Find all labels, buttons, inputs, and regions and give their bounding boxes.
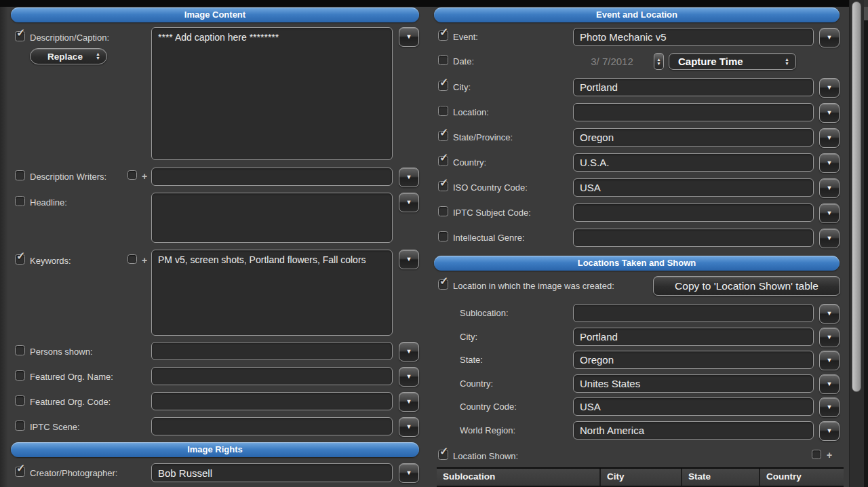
country-checkbox[interactable]: ✓ bbox=[438, 156, 448, 166]
copy-to-location-shown-button[interactable]: Copy to 'Location Shown' table bbox=[653, 276, 840, 296]
intellectual-genre-checkbox[interactable]: ✓ bbox=[438, 231, 448, 241]
headline-textarea[interactable] bbox=[151, 193, 393, 243]
scrollbar-thumb[interactable] bbox=[852, 1, 861, 392]
description-caption-checkbox[interactable]: ✓ bbox=[15, 31, 25, 41]
city-checkbox[interactable]: ✓ bbox=[438, 81, 448, 91]
iso-country-code-input[interactable] bbox=[573, 178, 814, 197]
dropdown-arrow-icon: ▼ bbox=[820, 328, 839, 347]
persons-shown-checkbox[interactable]: ✓ bbox=[15, 345, 25, 355]
country-code-input[interactable] bbox=[573, 397, 814, 416]
sublocation-input[interactable] bbox=[573, 304, 814, 322]
state-province-checkbox[interactable]: ✓ bbox=[438, 131, 448, 141]
check-icon: ✓ bbox=[439, 76, 448, 89]
event-dropdown-button[interactable]: ▼ bbox=[819, 28, 840, 47]
date-value-field[interactable]: 3/ 7/2012 bbox=[573, 53, 651, 70]
keywords-checkbox[interactable]: ✓ bbox=[15, 254, 25, 265]
headline-dropdown-button[interactable]: ▼ bbox=[399, 193, 419, 212]
description-writers-checkbox[interactable]: ✓ bbox=[15, 170, 25, 180]
section-header-locations-taken-shown: Locations Taken and Shown bbox=[434, 256, 840, 271]
keywords-dropdown-button[interactable]: ▼ bbox=[399, 250, 419, 269]
sublocation-dropdown-button[interactable]: ▼ bbox=[819, 304, 840, 324]
headline-checkbox[interactable]: ✓ bbox=[15, 196, 25, 206]
location-dropdown-button[interactable]: ▼ bbox=[819, 103, 840, 123]
featured-org-code-checkbox[interactable]: ✓ bbox=[15, 395, 25, 406]
shown-state-input[interactable] bbox=[573, 351, 814, 369]
location-created-label: Location in which the image was created: bbox=[453, 281, 614, 291]
featured-org-code-input[interactable] bbox=[151, 392, 393, 410]
down-arrow-icon: ▼ bbox=[785, 62, 789, 66]
city-label: City: bbox=[453, 82, 471, 92]
location-created-checkbox[interactable]: ✓ bbox=[438, 279, 448, 290]
description-writers-add-checkbox[interactable]: ✓ bbox=[127, 170, 137, 180]
featured-org-code-dropdown-button[interactable]: ▼ bbox=[399, 392, 419, 412]
featured-org-name-checkbox[interactable]: ✓ bbox=[15, 370, 25, 381]
plus-icon: + bbox=[827, 450, 832, 460]
featured-org-name-input[interactable] bbox=[151, 367, 393, 385]
check-icon: ✓ bbox=[439, 151, 448, 164]
description-dropdown-button[interactable]: ▼ bbox=[399, 27, 419, 47]
state-province-input[interactable] bbox=[573, 128, 814, 147]
country-code-dropdown-button[interactable]: ▼ bbox=[819, 397, 840, 417]
stepper-arrows-icon: ▲▼ bbox=[785, 58, 789, 66]
keywords-textarea[interactable]: PM v5, screen shots, Portland flowers, F… bbox=[151, 250, 393, 336]
keywords-add-checkbox[interactable]: ✓ bbox=[127, 254, 137, 264]
table-header-row: Sublocation City State Country bbox=[437, 469, 844, 487]
country-dropdown-button[interactable]: ▼ bbox=[819, 153, 840, 173]
shown-city-dropdown-button[interactable]: ▼ bbox=[819, 328, 840, 347]
table-header-sublocation: Sublocation bbox=[437, 469, 601, 486]
description-writers-dropdown-button[interactable]: ▼ bbox=[399, 168, 419, 187]
replace-mode-button[interactable]: Replace ▲▼ bbox=[30, 48, 107, 64]
location-input[interactable] bbox=[573, 103, 814, 121]
shown-state-dropdown-button[interactable]: ▼ bbox=[819, 351, 840, 370]
date-mode-popup[interactable]: Capture Time ▲▼ bbox=[669, 53, 796, 70]
persons-shown-input[interactable] bbox=[151, 342, 393, 360]
shown-country-input[interactable] bbox=[573, 374, 814, 393]
description-writers-input[interactable] bbox=[151, 168, 393, 186]
world-region-label: World Region: bbox=[460, 425, 515, 435]
country-input[interactable] bbox=[573, 153, 814, 172]
dropdown-arrow-icon: ▼ bbox=[820, 204, 839, 222]
city-input[interactable] bbox=[573, 78, 814, 96]
section-header-image-rights: Image Rights bbox=[11, 442, 419, 457]
iptc-subject-code-dropdown-button[interactable]: ▼ bbox=[819, 203, 840, 223]
location-shown-add-checkbox[interactable]: ✓ bbox=[812, 450, 821, 459]
check-icon: ✓ bbox=[439, 445, 448, 458]
creator-photographer-dropdown-button[interactable]: ▼ bbox=[399, 463, 419, 483]
iptc-scene-label: IPTC Scene: bbox=[30, 422, 80, 432]
world-region-dropdown-button[interactable]: ▼ bbox=[819, 421, 840, 441]
world-region-input[interactable] bbox=[573, 421, 814, 440]
iptc-scene-input[interactable] bbox=[151, 417, 393, 435]
dropdown-arrow-icon: ▼ bbox=[820, 154, 839, 172]
dropdown-arrow-icon: ▼ bbox=[399, 193, 418, 212]
iptc-subject-code-checkbox[interactable]: ✓ bbox=[438, 206, 448, 216]
date-stepper[interactable]: ▲▼ bbox=[654, 53, 664, 70]
date-checkbox[interactable]: ✓ bbox=[438, 55, 448, 65]
dropdown-arrow-icon: ▼ bbox=[399, 418, 418, 436]
event-location-column: Event and Location ✓ Event: ▼ ✓ Date: 3/… bbox=[434, 0, 844, 487]
check-icon: ✓ bbox=[16, 462, 25, 475]
shown-country-dropdown-button[interactable]: ▼ bbox=[819, 374, 840, 394]
window-edge-highlight bbox=[864, 7, 868, 20]
intellectual-genre-input[interactable] bbox=[573, 229, 814, 247]
event-checkbox[interactable]: ✓ bbox=[438, 31, 448, 41]
creator-photographer-input[interactable] bbox=[151, 463, 393, 482]
state-province-dropdown-button[interactable]: ▼ bbox=[819, 128, 840, 148]
creator-photographer-checkbox[interactable]: ✓ bbox=[15, 467, 25, 477]
iptc-scene-dropdown-button[interactable]: ▼ bbox=[399, 417, 419, 437]
iptc-scene-checkbox[interactable]: ✓ bbox=[15, 421, 25, 431]
city-dropdown-button[interactable]: ▼ bbox=[819, 78, 840, 98]
replace-label: Replace bbox=[35, 50, 102, 64]
iso-country-code-checkbox[interactable]: ✓ bbox=[438, 181, 448, 191]
location-shown-checkbox[interactable]: ✓ bbox=[438, 450, 448, 460]
description-caption-textarea[interactable]: **** Add caption here ******** bbox=[151, 27, 393, 160]
dropdown-arrow-icon: ▼ bbox=[399, 250, 418, 269]
intellectual-genre-dropdown-button[interactable]: ▼ bbox=[819, 229, 840, 248]
persons-shown-dropdown-button[interactable]: ▼ bbox=[399, 342, 419, 362]
iso-country-code-dropdown-button[interactable]: ▼ bbox=[819, 178, 840, 198]
featured-org-name-dropdown-button[interactable]: ▼ bbox=[399, 367, 419, 387]
shown-city-input[interactable] bbox=[573, 328, 814, 346]
dropdown-arrow-icon: ▼ bbox=[820, 104, 839, 122]
iptc-subject-code-input[interactable] bbox=[573, 203, 814, 222]
location-checkbox[interactable]: ✓ bbox=[438, 106, 448, 116]
event-input[interactable] bbox=[573, 28, 814, 46]
